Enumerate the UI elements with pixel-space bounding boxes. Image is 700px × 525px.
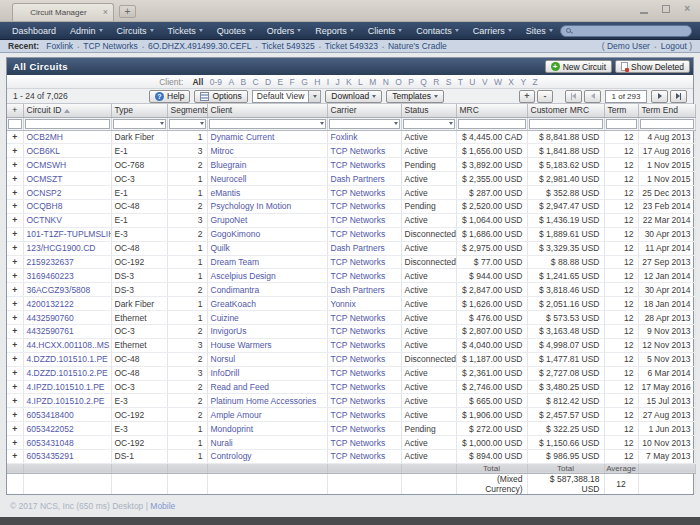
expand-row-button[interactable]: + <box>7 394 23 408</box>
client-filter-a[interactable]: A <box>228 77 234 87</box>
expand-all-button[interactable]: + <box>519 90 535 103</box>
carrier-link[interactable]: TCP Networks <box>331 188 386 198</box>
window-minimize-icon[interactable] <box>640 12 648 14</box>
circuit-id-link[interactable]: 4432590760 <box>27 313 74 323</box>
circuit-id-link[interactable]: 101-T1ZF-TUPLMSLIH <box>27 229 112 239</box>
expand-row-button[interactable]: + <box>7 338 23 352</box>
circuit-id-link[interactable]: OCQBH8 <box>27 201 63 211</box>
recent-link-foxlink[interactable]: Foxlink <box>46 41 73 51</box>
client-link[interactable]: House Warmers <box>211 340 272 350</box>
circuit-id-link[interactable]: 123/HCG1900.CD <box>27 243 96 253</box>
circuit-id-link[interactable]: 6053431048 <box>27 438 74 448</box>
client-link[interactable]: Ascelpius Design <box>211 271 276 281</box>
client-filter-b[interactable]: B <box>240 77 246 87</box>
client-filter-d[interactable]: D <box>265 77 271 87</box>
client-filter-i[interactable]: I <box>327 77 329 87</box>
filter-input-term[interactable] <box>606 119 637 129</box>
client-filter-f[interactable]: F <box>290 77 295 87</box>
column-header-term[interactable]: Term <box>604 104 638 117</box>
expand-row-button[interactable]: + <box>7 269 23 283</box>
recent-link-tcp-networks[interactable]: TCP Networks <box>83 41 138 51</box>
last-page-button[interactable] <box>670 90 687 103</box>
carrier-link[interactable]: Yonnix <box>331 299 356 309</box>
carrier-link[interactable]: Foxlink <box>331 132 358 142</box>
nav-item-quotes[interactable]: Quotes <box>210 22 260 39</box>
carrier-link[interactable]: TCP Networks <box>331 368 386 378</box>
client-filter-n[interactable]: N <box>383 77 389 87</box>
filter-input-type[interactable] <box>113 119 166 129</box>
column-header-type[interactable]: Type <box>111 104 167 117</box>
carrier-link[interactable]: TCP Networks <box>331 396 386 406</box>
carrier-link[interactable]: TCP Networks <box>331 215 386 225</box>
client-link[interactable]: Ample Amour <box>211 410 262 420</box>
filter-input-status[interactable] <box>403 119 455 129</box>
client-link[interactable]: GrupoNet <box>211 215 248 225</box>
column-header-circuit_id[interactable]: Circuit ID <box>23 104 111 117</box>
client-link[interactable]: Read and Feed <box>211 382 270 392</box>
column-header-segments[interactable]: Segments <box>167 104 207 117</box>
carrier-link[interactable]: Dash Partners <box>331 174 385 184</box>
expand-row-button[interactable]: + <box>7 324 23 338</box>
client-link[interactable]: eMantis <box>211 188 241 198</box>
carrier-link[interactable]: TCP Networks <box>331 326 386 336</box>
expand-row-button[interactable]: + <box>7 422 23 436</box>
client-filter-k[interactable]: K <box>346 77 352 87</box>
carrier-link[interactable]: TCP Networks <box>331 340 386 350</box>
page-input[interactable]: 1 of 293 <box>605 90 647 103</box>
client-link[interactable]: InfoDrill <box>211 368 240 378</box>
expand-row-button[interactable]: + <box>7 144 23 158</box>
new-circuit-button[interactable]: + New Circuit <box>545 60 612 73</box>
client-link[interactable]: GogoKimono <box>211 229 261 239</box>
client-filter-m[interactable]: M <box>369 77 376 87</box>
nav-item-dashboard[interactable]: Dashboard <box>5 22 63 39</box>
expand-row-button[interactable]: + <box>7 158 23 172</box>
show-deleted-button[interactable]: Show Deleted <box>615 60 690 73</box>
nav-item-tickets[interactable]: Tickets <box>161 22 210 39</box>
column-header-expand[interactable]: + <box>7 104 23 117</box>
filter-input-mrc[interactable] <box>458 119 526 129</box>
expand-row-button[interactable]: + <box>7 199 23 213</box>
client-link[interactable]: Dynamic Current <box>211 132 275 142</box>
expand-row-button[interactable]: + <box>7 241 23 255</box>
circuit-id-link[interactable]: 4.IPZD.101510.2.PE <box>27 396 105 406</box>
client-filter-t[interactable]: T <box>458 77 463 87</box>
circuit-id-link[interactable]: 4.DZZD.101510.1.PE <box>27 354 108 364</box>
nav-item-orders[interactable]: Orders <box>260 22 309 39</box>
client-filter-y[interactable]: Y <box>520 77 526 87</box>
templates-button[interactable]: Templates <box>386 90 444 103</box>
circuit-id-link[interactable]: OCTNKV <box>27 215 62 225</box>
client-link[interactable]: Cuizine <box>211 313 239 323</box>
first-page-button[interactable] <box>565 90 582 103</box>
column-header-client[interactable]: Client <box>207 104 327 117</box>
carrier-link[interactable]: TCP Networks <box>331 271 386 281</box>
client-link[interactable]: Psychology In Motion <box>211 201 292 211</box>
expand-row-button[interactable]: + <box>7 311 23 325</box>
window-maximize-icon[interactable] <box>662 5 670 13</box>
nav-item-admin[interactable]: Admin <box>63 22 110 39</box>
expand-row-button[interactable]: + <box>7 352 23 366</box>
carrier-link[interactable]: TCP Networks <box>331 313 386 323</box>
carrier-link[interactable]: TCP Networks <box>331 201 386 211</box>
circuit-id-link[interactable]: 3169460223 <box>27 271 74 281</box>
browser-tab[interactable]: Circuit Manager × <box>12 3 114 21</box>
client-link[interactable]: Condimantra <box>211 285 260 295</box>
expand-row-button[interactable]: + <box>7 283 23 297</box>
expand-row-button[interactable]: + <box>7 449 23 463</box>
circuit-id-link[interactable]: OCMSWH <box>27 160 67 170</box>
column-header-carrier[interactable]: Carrier <box>327 104 401 117</box>
filter-input-customer_mrc[interactable] <box>529 119 603 129</box>
client-link[interactable]: Bluegrain <box>211 160 247 170</box>
circuit-id-link[interactable]: 4.DZZD.101510.2.PE <box>27 368 108 378</box>
carrier-link[interactable]: TCP Networks <box>331 438 386 448</box>
expand-row-button[interactable]: + <box>7 172 23 186</box>
circuit-id-link[interactable]: OCB2MH <box>27 132 63 142</box>
expand-row-button[interactable]: + <box>7 380 23 394</box>
prev-page-button[interactable] <box>584 90 601 103</box>
circuit-id-link[interactable]: 4432590761 <box>27 326 74 336</box>
recent-link-nature-s-cradle[interactable]: Nature's Cradle <box>388 41 447 51</box>
user-link[interactable]: Demo User <box>607 41 650 51</box>
client-filter-u[interactable]: U <box>469 77 475 87</box>
client-link[interactable]: Platinum Home Accessories <box>211 396 317 406</box>
carrier-link[interactable]: TCP Networks <box>331 354 386 364</box>
client-filter-w[interactable]: W <box>494 77 502 87</box>
